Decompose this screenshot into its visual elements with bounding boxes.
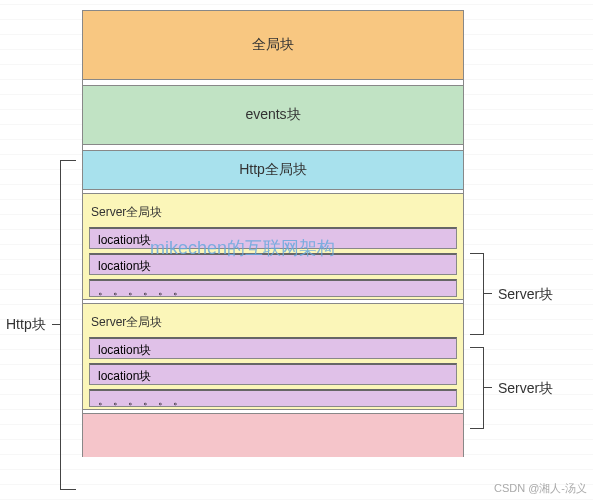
events-block: events块 bbox=[82, 85, 464, 145]
location-block: location块 bbox=[89, 227, 457, 249]
location-block: location块 bbox=[89, 253, 457, 275]
location-block: location块 bbox=[89, 363, 457, 385]
attribution-text: CSDN @湘人-汤义 bbox=[494, 481, 587, 496]
server-global-label: Server全局块 bbox=[89, 200, 457, 227]
location-block: location块 bbox=[89, 337, 457, 359]
server-global-label: Server全局块 bbox=[89, 310, 457, 337]
ellipsis-block: 。。。。。。 bbox=[89, 389, 457, 407]
http-global-block: Http全局块 bbox=[82, 150, 464, 190]
server-block-label: Server块 bbox=[498, 380, 553, 398]
http-block-label: Http块 bbox=[6, 316, 46, 334]
server-block-2: Server全局块 location块 location块 。。。。。。 bbox=[82, 303, 464, 410]
server1-bracket bbox=[470, 253, 484, 335]
server2-bracket bbox=[470, 347, 484, 429]
global-block: 全局块 bbox=[82, 10, 464, 80]
more-blocks-area bbox=[82, 413, 464, 457]
server-block-label: Server块 bbox=[498, 286, 553, 304]
server2-bracket-tick bbox=[484, 387, 492, 388]
server-block-1: Server全局块 location块 location块 。。。。。。 bbox=[82, 193, 464, 300]
http-bracket bbox=[60, 160, 76, 490]
ellipsis-block: 。。。。。。 bbox=[89, 279, 457, 297]
config-structure-container: 全局块 events块 Http全局块 Server全局块 location块 … bbox=[82, 10, 464, 456]
http-bracket-tick bbox=[52, 324, 60, 325]
server1-bracket-tick bbox=[484, 293, 492, 294]
